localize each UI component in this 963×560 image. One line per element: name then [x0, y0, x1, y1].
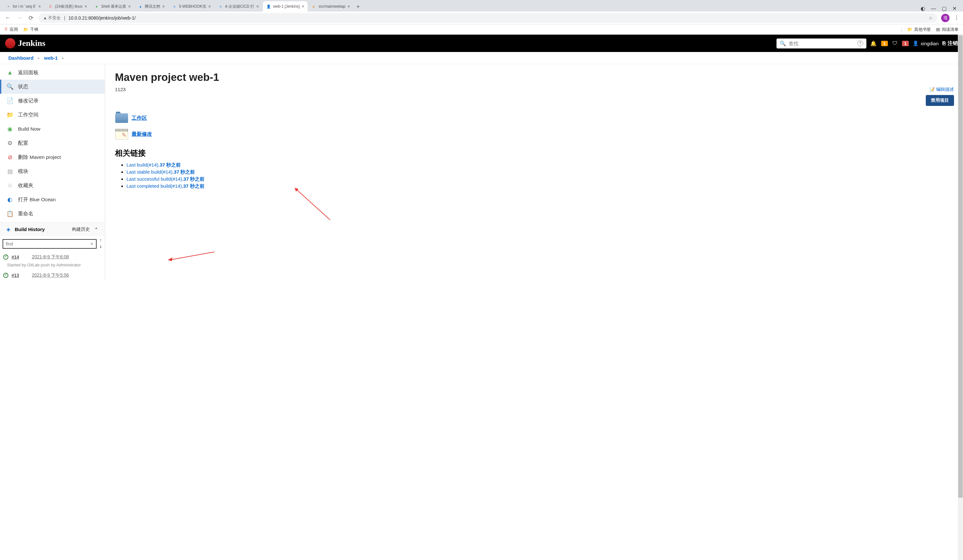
build-history-header[interactable]: ◈ Build History 构建历史 ⌃ — [0, 222, 105, 236]
scroll-down-icon[interactable]: ⬇ — [99, 245, 102, 249]
url-input[interactable]: ▲ 不安全 | 10.0.0.21:8080/jenkins/job/web-1… — [39, 13, 937, 23]
build-timestamp[interactable]: 2021-8-9 下午6:08 — [32, 254, 69, 260]
browser-menu-button[interactable]: ⋮ — [954, 15, 959, 21]
sidebar-item-icon: ⚙ — [6, 139, 13, 147]
permalink[interactable]: Last successful build(#14),37 秒之前 — [126, 176, 204, 182]
sidebar-item[interactable]: ◐打开 Blue Ocean — [0, 193, 105, 207]
sidebar-item[interactable]: ▤模块 — [0, 164, 105, 178]
project-description: 1123 — [115, 87, 953, 92]
build-history-title: Build History — [15, 227, 67, 232]
permalink[interactable]: Last stable build(#14),37 秒之前 — [126, 169, 195, 175]
nav-back-button[interactable]: ← — [4, 14, 11, 22]
search-box[interactable]: 🔍 ? — [777, 39, 866, 49]
search-icon: 🔍 — [780, 40, 786, 47]
tab-favicon: ● — [94, 4, 99, 9]
nav-forward-button[interactable]: → — [15, 14, 23, 22]
scroll-top-icon[interactable]: ⤒ — [99, 239, 102, 243]
build-timestamp[interactable]: 2021-8-9 下午5:56 — [32, 272, 69, 278]
sidebar-item[interactable]: ▲返回面板 — [0, 65, 105, 79]
profile-avatar[interactable]: 瑶 — [941, 14, 950, 22]
clear-icon[interactable]: ✕ — [90, 242, 93, 246]
build-cause: Started by GitLab push by Administrator — [3, 262, 101, 267]
reload-button[interactable]: ⟳ — [27, 14, 35, 22]
breadcrumb-dashboard[interactable]: Dashboard — [8, 55, 33, 61]
sidebar-item[interactable]: ◉Build Now — [0, 122, 105, 136]
tab-close-icon[interactable]: × — [347, 4, 350, 9]
permalink[interactable]: Last build(#14),37 秒之前 — [126, 162, 181, 168]
help-icon[interactable]: ? — [858, 40, 863, 46]
tab-favicon: ∎ — [138, 4, 143, 9]
sidebar-item-icon: ▤ — [6, 168, 13, 175]
tab-title: 4-企业级CICD 打 — [225, 4, 254, 9]
browser-tab[interactable]: ≡4-企业级CICD 打× — [215, 1, 262, 11]
sidebar-item[interactable]: 📋重命名 — [0, 207, 105, 221]
tab-close-icon[interactable]: × — [302, 4, 304, 9]
sidebar-item[interactable]: 📁工作空间 — [0, 108, 105, 122]
browser-tab[interactable]: 👤web-1 [Jenkins]× — [263, 1, 308, 11]
new-tab-button[interactable]: + — [354, 2, 362, 11]
trend-icon: ◈ — [6, 226, 10, 232]
tab-title: 腾讯文档 — [145, 4, 160, 9]
workspace-link[interactable]: 工作区 — [115, 112, 953, 125]
sidebar-item-label: 重命名 — [18, 210, 33, 217]
notepad-icon — [115, 129, 128, 139]
related-link-item: Last completed build(#14),37 秒之前 — [126, 183, 953, 189]
bookmark-star-icon[interactable]: ☆ — [929, 15, 933, 21]
breadcrumb-job[interactable]: web-1 — [44, 55, 58, 61]
browser-tab[interactable]: ●Shell 基本运算× — [91, 1, 134, 11]
bell-icon[interactable]: 🔔 — [870, 40, 877, 47]
shield-icon[interactable]: 🛡 — [892, 40, 898, 46]
reading-list[interactable]: ▤阅读清单 — [936, 27, 958, 32]
tab-close-icon[interactable]: × — [162, 4, 165, 9]
browser-tab[interactable]: C(24条消息) linux× — [45, 1, 91, 11]
find-input[interactable] — [6, 241, 90, 246]
permalink[interactable]: Last completed build(#14),37 秒之前 — [126, 183, 204, 189]
sidebar: ▲返回面板🔍状态📄修改记录📁工作空间◉Build Now⚙配置⊘删除 Maven… — [0, 64, 105, 281]
user-icon: 👤 — [913, 40, 919, 46]
close-window-button[interactable]: ✕ — [952, 5, 957, 11]
breadcrumb: Dashboard ▸ web-1 ▸ — [0, 52, 963, 64]
user-menu[interactable]: 👤 xingdian — [913, 40, 939, 46]
related-link-item: Last stable build(#14),37 秒之前 — [126, 169, 953, 175]
tab-close-icon[interactable]: × — [256, 4, 259, 9]
browser-tab[interactable]: ▸src/main/webap× — [308, 1, 353, 11]
tab-close-icon[interactable]: × — [208, 4, 211, 9]
logout-button[interactable]: ⎘ 注销 — [942, 40, 958, 47]
sidebar-item-label: 修改记录 — [18, 97, 39, 104]
maximize-button[interactable]: ▢ — [942, 5, 947, 11]
search-input[interactable] — [789, 41, 855, 46]
changes-link[interactable]: 最新修改 — [115, 128, 953, 141]
main-panel: Maven project web-1 1123 📝 编辑描述 禁用项目 工作区… — [105, 64, 963, 281]
tab-close-icon[interactable]: × — [38, 4, 41, 9]
annotation-arrow — [168, 250, 216, 262]
jenkins-logo[interactable]: Jenkins — [5, 38, 45, 49]
url-text: 10.0.0.21:8080/jenkins/job/web-1/ — [68, 15, 135, 21]
jenkins-header: Jenkins 🔍 ? 🔔 1 🛡 1 👤 xingdian ⎘ 注销 — [0, 35, 963, 52]
tab-favicon: 👤 — [266, 4, 271, 9]
other-bookmarks[interactable]: 📁其他书签 — [907, 27, 931, 32]
tab-close-icon[interactable]: × — [84, 4, 87, 9]
browser-tab[interactable]: •for i in `seq 6`× — [3, 1, 44, 11]
minimize-button[interactable]: — — [931, 6, 936, 11]
sidebar-item[interactable]: ⊘删除 Maven project — [0, 150, 105, 164]
edit-description-link[interactable]: 📝 编辑描述 — [926, 87, 954, 92]
sidebar-item-icon: ⊘ — [6, 154, 13, 161]
sidebar-item[interactable]: 🔍状态 — [0, 79, 105, 94]
sidebar-item[interactable]: ☆收藏夹 — [0, 178, 105, 193]
sidebar-item[interactable]: 📄修改记录 — [0, 94, 105, 108]
bookmark-item[interactable]: 📁千锋 — [23, 27, 39, 32]
url-separator: | — [64, 15, 65, 21]
build-number[interactable]: #14 — [11, 254, 19, 260]
build-row[interactable]: #132021-8-9 下午5:56 — [0, 270, 105, 281]
browser-tab[interactable]: ∎腾讯文档× — [135, 1, 168, 11]
chevron-up-icon[interactable]: ⌃ — [94, 227, 98, 232]
build-number[interactable]: #13 — [11, 273, 19, 278]
browser-tab[interactable]: ≡5-WEBHOOK实× — [169, 1, 214, 11]
page-scrollbar[interactable] — [958, 35, 963, 281]
sidebar-item[interactable]: ⚙配置 — [0, 136, 105, 150]
build-row[interactable]: #142021-8-9 下午6:08Started by GitLab push… — [0, 252, 105, 270]
tab-close-icon[interactable]: × — [128, 4, 131, 9]
apps-button[interactable]: ⠿应用 — [5, 27, 18, 32]
disable-project-button[interactable]: 禁用项目 — [926, 95, 954, 106]
sidebar-item-icon: 📁 — [6, 112, 13, 118]
